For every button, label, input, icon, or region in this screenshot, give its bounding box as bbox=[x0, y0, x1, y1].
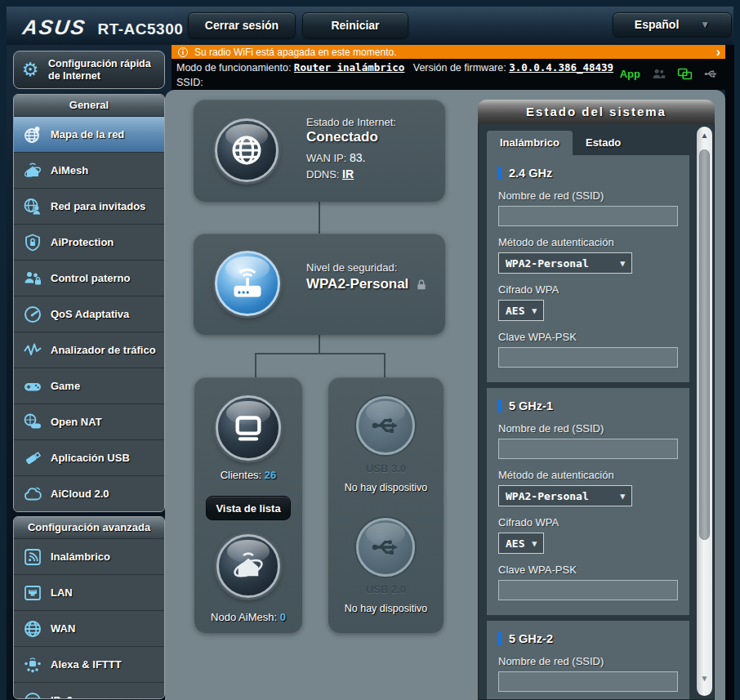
group-title-general: General bbox=[14, 95, 164, 116]
sidebar: ⚙ Configuración rápida de Internet Gener… bbox=[7, 45, 172, 700]
ipv6-icon bbox=[22, 690, 43, 700]
sidebar-item-game[interactable]: Game bbox=[14, 368, 164, 404]
clients-card: Clientes: 26 Vista de lista Nodo AiMesh:… bbox=[194, 377, 302, 633]
sidebar-item-aiprotection[interactable]: AiProtection bbox=[14, 224, 164, 260]
ssid-label: SSID: bbox=[176, 77, 203, 88]
usb3-title: USB 3.0 bbox=[328, 462, 444, 475]
sidebar-item-label: Analizador de tráfico bbox=[51, 344, 156, 356]
sidebar-item-aicloud[interactable]: AiCloud 2.0 bbox=[14, 475, 164, 511]
band-accent-bar bbox=[498, 399, 502, 412]
system-status-body: Inalámbrico Estado 2.4 GHz Nombre de red… bbox=[478, 124, 715, 700]
globe-icon bbox=[215, 118, 279, 182]
wpa-key-input-2-4ghz[interactable] bbox=[498, 347, 678, 368]
sidebar-item-aimesh[interactable]: AiMesh bbox=[14, 152, 164, 188]
auth-field-label: Método de autenticación bbox=[498, 236, 678, 248]
firmware-version-link[interactable]: 3.0.0.4.386_48439 bbox=[509, 61, 613, 74]
system-status-tabs: Inalámbrico Estado bbox=[487, 131, 689, 155]
ssid-input-5ghz-2[interactable] bbox=[498, 671, 678, 692]
internet-status-card[interactable]: Estado de Internet: Conectado WAN IP: 83… bbox=[194, 100, 445, 202]
encryption-field-label: Cifrado WPA bbox=[498, 283, 678, 296]
ssid-input-5ghz-1[interactable] bbox=[498, 439, 678, 459]
network-devices-icon[interactable] bbox=[677, 66, 693, 82]
auth-select-5ghz-1[interactable]: WPA2-Personal ▾ bbox=[498, 485, 632, 506]
wpa-key-input-5ghz-1[interactable] bbox=[498, 580, 678, 600]
ssid-field-label: Nombre de red (SSID) bbox=[498, 189, 678, 202]
quick-internet-setup-button[interactable]: ⚙ Configuración rápida de Internet bbox=[13, 51, 165, 89]
network-map-content: Estado de Internet: Conectado WAN IP: 83… bbox=[165, 90, 725, 700]
internet-status-value: Conectado bbox=[306, 129, 396, 145]
sidebar-item-label: Alexa & IFTTT bbox=[51, 658, 122, 671]
chevron-down-icon: ▾ bbox=[532, 305, 537, 316]
sidebar-item-wireless[interactable]: Inalámbrico bbox=[14, 538, 164, 574]
band-section-2-4ghz: 2.4 GHz Nombre de red (SSID) Método de a… bbox=[487, 155, 689, 382]
ddns-value-link[interactable]: IR bbox=[342, 167, 354, 181]
quick-setup-label: Configuración rápida de Internet bbox=[48, 58, 159, 82]
app-header: ASUS RT-AC5300 Cerrar sesión Reiniciar E… bbox=[7, 7, 733, 45]
sidebar-item-guest-network[interactable]: Red para invitados bbox=[14, 188, 164, 224]
app-link[interactable]: App bbox=[620, 68, 640, 80]
wan-ip-value: 83. bbox=[350, 151, 365, 164]
encryption-select-2-4ghz[interactable]: AES ▾ bbox=[498, 300, 544, 321]
security-level-card[interactable]: Nivel de seguridad: WPA2-Personal bbox=[194, 234, 445, 335]
usb-status-icon[interactable] bbox=[703, 66, 719, 82]
alexa-nodes-icon bbox=[22, 654, 43, 675]
sidebar-item-adaptive-qos[interactable]: QoS Adaptativa bbox=[14, 296, 164, 332]
sidebar-item-label: AiProtection bbox=[51, 236, 114, 248]
sidebar-item-wan[interactable]: WAN bbox=[14, 610, 164, 646]
tab-wireless[interactable]: Inalámbrico bbox=[487, 131, 573, 155]
clients-people-icon[interactable] bbox=[651, 66, 666, 82]
sidebar-item-label: QoS Adaptativa bbox=[51, 308, 129, 320]
ssid-field-label: Nombre de red (SSID) bbox=[498, 422, 678, 435]
router-model: RT-AC5300 bbox=[97, 20, 183, 38]
sidebar-item-open-nat[interactable]: Open NAT bbox=[14, 404, 164, 439]
sidebar-item-alexa-ifttt[interactable]: Alexa & IFTTT bbox=[14, 646, 164, 682]
cloud-icon bbox=[22, 484, 43, 505]
auth-select-2-4ghz[interactable]: WPA2-Personal ▾ bbox=[498, 252, 632, 274]
aimesh-icon bbox=[22, 160, 43, 181]
sidebar-item-label: Open NAT bbox=[51, 416, 102, 428]
band-accent-bar bbox=[498, 167, 502, 180]
sidebar-item-network-map[interactable]: Mapa de la red bbox=[14, 116, 164, 152]
aimesh-node-icon[interactable] bbox=[216, 534, 280, 598]
logout-button[interactable]: Cerrar sesión bbox=[188, 12, 296, 38]
sidebar-item-label: AiMesh bbox=[51, 164, 88, 176]
usb2-title: USB 2.0 bbox=[328, 583, 444, 595]
sidebar-item-parental-control[interactable]: Control paterno bbox=[14, 260, 164, 296]
sidebar-item-label: AiCloud 2.0 bbox=[51, 488, 109, 500]
triangle-down-icon: ▼ bbox=[700, 19, 710, 30]
usb2-icon[interactable] bbox=[356, 518, 415, 577]
globe-icon bbox=[22, 618, 43, 640]
clients-monitor-icon[interactable] bbox=[216, 395, 281, 461]
chevron-right-icon[interactable]: › bbox=[716, 47, 720, 58]
usb3-icon[interactable] bbox=[356, 396, 415, 455]
chevron-down-icon: ▾ bbox=[532, 538, 537, 549]
scroll-up-arrow-icon[interactable]: ▲ bbox=[697, 131, 712, 140]
chevron-down-icon: ▾ bbox=[620, 258, 625, 269]
sidebar-item-usb-application[interactable]: Aplicación USB bbox=[14, 439, 164, 475]
usb-devices-card: USB 3.0 No hay dispositivo USB 2.0 No ha… bbox=[328, 377, 444, 633]
tab-status[interactable]: Estado bbox=[573, 131, 634, 155]
panel-scrollbar[interactable]: ▲ ▼ bbox=[697, 127, 712, 696]
clients-count[interactable]: 26 bbox=[265, 469, 276, 481]
language-dropdown[interactable]: Español ▼ bbox=[613, 12, 732, 37]
encryption-select-5ghz-1[interactable]: AES ▾ bbox=[498, 533, 544, 554]
band-section-5ghz-2: 5 GHz-2 Nombre de red (SSID) Método de a… bbox=[487, 621, 689, 700]
sidebar-item-lan[interactable]: LAN bbox=[14, 574, 164, 610]
shield-lock-icon bbox=[22, 232, 43, 253]
sidebar-item-label: Red para invitados bbox=[51, 200, 145, 212]
encryption-selected-value: AES bbox=[506, 305, 524, 317]
wireless-router-icon bbox=[215, 251, 280, 316]
sidebar-item-label: Inalámbrico bbox=[51, 551, 110, 563]
sidebar-item-traffic-analyzer[interactable]: Analizador de tráfico bbox=[14, 332, 164, 368]
connector-line bbox=[319, 202, 320, 234]
scroll-down-arrow-icon[interactable]: ▼ bbox=[697, 674, 712, 683]
list-view-button[interactable]: Vista de lista bbox=[206, 496, 291, 520]
ssid-input-2-4ghz[interactable] bbox=[498, 206, 678, 226]
operation-mode-link[interactable]: Router inalámbrico bbox=[294, 61, 404, 74]
scrollbar-thumb[interactable] bbox=[699, 149, 710, 540]
wifi-warning-banner[interactable]: i Su radio WiFi está apagada en este mom… bbox=[172, 45, 727, 59]
wpa-key-field-label: Clave WPA-PSK bbox=[498, 331, 678, 343]
reboot-button[interactable]: Reiniciar bbox=[302, 12, 408, 38]
aimesh-node-count[interactable]: 0 bbox=[280, 611, 286, 623]
sidebar-item-ipv6[interactable]: IPv6 bbox=[14, 682, 164, 699]
